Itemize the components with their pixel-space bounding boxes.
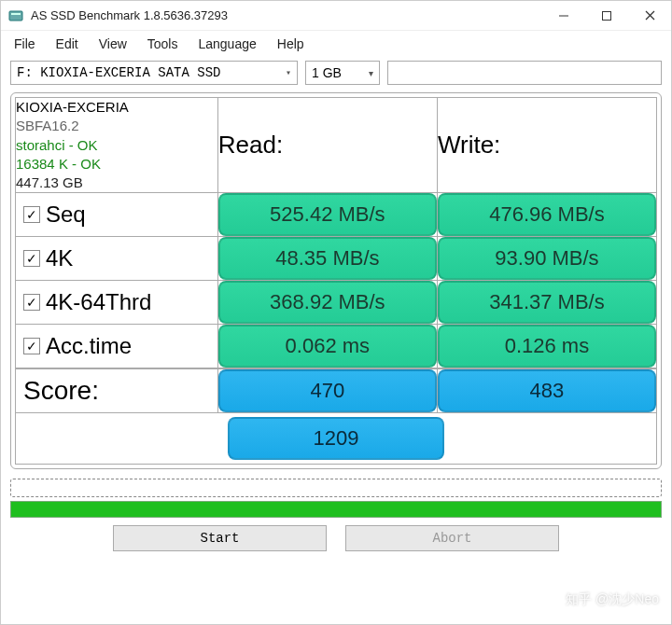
progress-bar — [10, 501, 662, 518]
label-acc: Acc.time — [46, 333, 132, 359]
benchmark-panel: KIOXIA-EXCERIA SBFA16.2 storahci - OK 16… — [10, 92, 662, 469]
abort-button: Abort — [345, 525, 559, 551]
4k64-read: 368.92 MB/s — [218, 281, 437, 324]
row-total: 1209 — [16, 413, 657, 465]
row-acc: ✓ Acc.time 0.062 ms 0.126 ms — [16, 325, 657, 369]
menu-help[interactable]: Help — [277, 36, 304, 51]
path-input[interactable] — [387, 61, 662, 85]
selector-row: F: KIOXIA-EXCERIA SATA SSD ▾ 1 GB ▾ — [1, 57, 671, 89]
drive-info-cell: KIOXIA-EXCERIA SBFA16.2 storahci - OK 16… — [16, 98, 218, 193]
checkbox-4k64[interactable]: ✓ — [23, 294, 40, 311]
driver-status: storahci - OK — [16, 136, 217, 155]
maximize-button[interactable] — [585, 1, 628, 31]
4k-write: 93.90 MB/s — [438, 237, 656, 280]
label-4k64: 4K-64Thrd — [46, 289, 151, 315]
acc-write: 0.126 ms — [438, 325, 656, 368]
chevron-down-icon: ▾ — [369, 68, 373, 78]
seq-read: 525.42 MB/s — [218, 193, 437, 236]
row-label-seq: ✓ Seq — [16, 198, 217, 231]
row-label-4k64: ✓ 4K-64Thrd — [16, 285, 217, 319]
acc-read: 0.062 ms — [218, 325, 437, 368]
header-read: Read: — [217, 98, 437, 193]
row-seq: ✓ Seq 525.42 MB/s 476.96 MB/s — [16, 193, 657, 237]
label-4k: 4K — [46, 245, 73, 271]
menu-tools[interactable]: Tools — [147, 36, 178, 51]
size-select[interactable]: 1 GB ▾ — [305, 61, 380, 85]
start-button[interactable]: Start — [113, 525, 327, 551]
svg-rect-3 — [603, 11, 611, 20]
chevron-down-icon: ▾ — [286, 67, 291, 78]
svg-rect-1 — [11, 13, 21, 15]
row-label-acc: ✓ Acc.time — [16, 329, 217, 363]
window-controls — [542, 1, 671, 31]
watermark: 知乎 @沈少Neo — [566, 591, 659, 608]
close-button[interactable] — [628, 1, 671, 31]
app-icon — [8, 8, 23, 23]
4k64-write: 341.37 MB/s — [438, 281, 656, 324]
row-score: Score: 470 483 — [16, 368, 657, 413]
row-label-4k: ✓ 4K — [16, 242, 217, 275]
drive-firmware: SBFA16.2 — [16, 117, 217, 135]
menu-view[interactable]: View — [99, 36, 127, 51]
menubar: File Edit View Tools Language Help — [1, 31, 671, 57]
label-seq: Seq — [46, 201, 86, 228]
score-total: 1209 — [228, 417, 444, 460]
checkbox-seq[interactable]: ✓ — [23, 206, 40, 223]
align-status: 16384 K - OK — [16, 155, 217, 174]
seq-write: 476.96 MB/s — [438, 193, 656, 236]
score-write: 483 — [438, 369, 656, 412]
size-select-value: 1 GB — [312, 65, 342, 80]
svg-rect-0 — [9, 11, 22, 21]
status-area — [10, 479, 662, 497]
score-label: Score: — [16, 372, 217, 410]
button-row: Start Abort — [1, 525, 671, 561]
header-write: Write: — [437, 98, 656, 193]
checkbox-acc[interactable]: ✓ — [23, 338, 40, 354]
menu-edit[interactable]: Edit — [56, 36, 78, 51]
minimize-button[interactable] — [542, 1, 585, 31]
menu-file[interactable]: File — [14, 36, 35, 51]
app-window: AS SSD Benchmark 1.8.5636.37293 File Edi… — [0, 0, 672, 625]
drive-name: KIOXIA-EXCERIA — [16, 98, 217, 117]
drive-select[interactable]: F: KIOXIA-EXCERIA SATA SSD ▾ — [10, 61, 298, 85]
score-read: 470 — [218, 369, 437, 412]
row-4k: ✓ 4K 48.35 MB/s 93.90 MB/s — [16, 237, 657, 281]
benchmark-table: KIOXIA-EXCERIA SBFA16.2 storahci - OK 16… — [15, 97, 657, 465]
menu-language[interactable]: Language — [198, 36, 256, 51]
drive-select-value: F: KIOXIA-EXCERIA SATA SSD — [17, 65, 220, 80]
drive-capacity: 447.13 GB — [16, 174, 217, 192]
4k-read: 48.35 MB/s — [218, 237, 437, 280]
row-4k64: ✓ 4K-64Thrd 368.92 MB/s 341.37 MB/s — [16, 281, 657, 325]
titlebar: AS SSD Benchmark 1.8.5636.37293 — [1, 1, 671, 31]
checkbox-4k[interactable]: ✓ — [23, 250, 40, 267]
window-title: AS SSD Benchmark 1.8.5636.37293 — [31, 8, 542, 22]
